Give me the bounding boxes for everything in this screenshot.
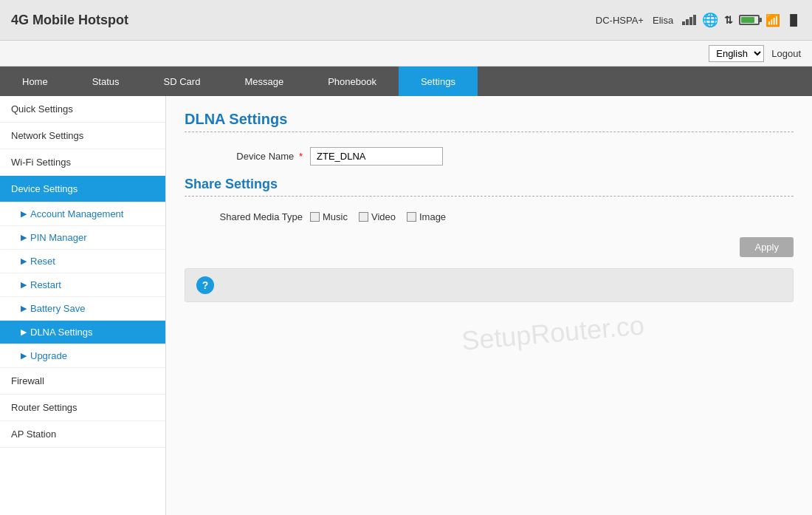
- shared-media-row: Shared Media Type Music Video Image: [185, 211, 794, 222]
- watermark: SetupRouter.co: [461, 310, 646, 356]
- share-settings-title: Share Settings: [185, 177, 794, 192]
- media-option-image: Image: [407, 211, 446, 222]
- chevron-right-icon: ▶: [21, 256, 27, 266]
- chevron-right-icon: ▶: [21, 304, 27, 313]
- sidebar-item-dlna-settings[interactable]: ▶ DLNA Settings: [0, 321, 165, 344]
- video-label: Video: [371, 211, 396, 222]
- logout-link[interactable]: Logout: [771, 48, 801, 59]
- image-checkbox[interactable]: [407, 212, 416, 222]
- help-bar: ?: [185, 268, 794, 302]
- sidebar: Quick Settings Network Settings Wi-Fi Se…: [0, 96, 166, 515]
- lang-bar: English Finnish Logout: [0, 41, 812, 66]
- sidebar-item-quick-settings[interactable]: Quick Settings: [0, 96, 165, 123]
- sidebar-item-wifi-settings[interactable]: Wi-Fi Settings: [0, 149, 165, 176]
- battery-icon: [739, 15, 760, 25]
- image-label: Image: [419, 211, 446, 222]
- globe-icon: 🌐: [702, 12, 718, 28]
- media-options: Music Video Image: [310, 211, 446, 222]
- signal-icon: [682, 15, 696, 25]
- main-layout: Quick Settings Network Settings Wi-Fi Se…: [0, 96, 812, 515]
- media-option-music: Music: [310, 211, 348, 222]
- media-option-video: Video: [359, 211, 396, 222]
- device-name-input[interactable]: [310, 147, 443, 166]
- nav-message[interactable]: Message: [222, 66, 306, 96]
- chevron-right-icon: ▶: [21, 280, 27, 290]
- sidebar-item-restart[interactable]: ▶ Restart: [0, 273, 165, 297]
- wifi-icon: 📶: [765, 13, 780, 27]
- sidebar-item-firewall[interactable]: Firewall: [0, 368, 165, 395]
- video-checkbox[interactable]: [359, 212, 368, 222]
- sidebar-item-upgrade[interactable]: ▶ Upgrade: [0, 344, 165, 368]
- header: 4G Mobile Hotspot DC-HSPA+ Elisa 🌐 ⇅ 📶 ▐…: [0, 0, 812, 41]
- sidebar-item-network-settings[interactable]: Network Settings: [0, 123, 165, 149]
- language-select[interactable]: English Finnish: [709, 45, 764, 62]
- chevron-right-icon: ▶: [21, 233, 27, 242]
- sidebar-item-ap-station[interactable]: AP Station: [0, 421, 165, 448]
- content-area: SetupRouter.co DLNA Settings Device Name…: [166, 96, 812, 515]
- sidebar-item-router-settings[interactable]: Router Settings: [0, 395, 165, 421]
- chevron-right-icon: ▶: [21, 209, 27, 219]
- sidebar-item-device-settings[interactable]: Device Settings: [0, 176, 165, 202]
- chevron-right-icon: ▶: [21, 351, 27, 361]
- page-title: DLNA Settings: [185, 111, 794, 128]
- apply-row: Apply: [185, 237, 794, 257]
- nav-sdcard[interactable]: SD Card: [142, 66, 223, 96]
- nav-home[interactable]: Home: [0, 66, 70, 96]
- divider: [185, 132, 794, 132]
- device-name-label: Device Name *: [199, 151, 303, 162]
- sidebar-item-pin-manager[interactable]: ▶ PIN Manager: [0, 226, 165, 250]
- device-name-row: Device Name *: [185, 147, 794, 166]
- carrier-name: Elisa: [653, 15, 673, 26]
- status-icons: 🌐 ⇅ 📶 ▐▌: [682, 12, 801, 28]
- chevron-right-icon: ▶: [21, 327, 27, 337]
- music-checkbox[interactable]: [310, 212, 320, 222]
- arrows-icon: ⇅: [724, 14, 733, 26]
- apply-button[interactable]: Apply: [740, 237, 794, 257]
- sidebar-item-battery-save[interactable]: ▶ Battery Save: [0, 297, 165, 321]
- network-type: DC-HSPA+: [596, 15, 644, 26]
- header-status: DC-HSPA+ Elisa 🌐 ⇅ 📶 ▐▌: [596, 12, 801, 28]
- help-icon[interactable]: ?: [196, 276, 214, 294]
- required-star: *: [299, 151, 303, 162]
- sidebar-item-reset[interactable]: ▶ Reset: [0, 250, 165, 273]
- app-title: 4G Mobile Hotspot: [11, 13, 128, 28]
- shared-media-label: Shared Media Type: [199, 211, 303, 222]
- nav-phonebook[interactable]: Phonebook: [306, 66, 399, 96]
- music-label: Music: [323, 211, 348, 222]
- nav-settings[interactable]: Settings: [399, 66, 478, 96]
- main-nav: Home Status SD Card Message Phonebook Se…: [0, 66, 812, 96]
- sidebar-item-account-management[interactable]: ▶ Account Management: [0, 202, 165, 226]
- signal-icon-2: ▐▌: [786, 14, 801, 26]
- nav-status[interactable]: Status: [70, 66, 142, 96]
- share-divider: [185, 196, 794, 197]
